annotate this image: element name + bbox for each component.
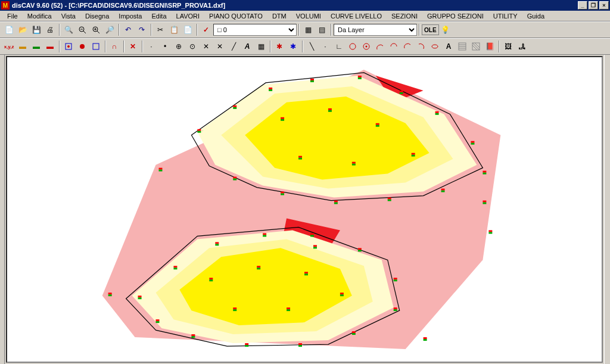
linetype3-icon[interactable]: ▬ [43,40,57,53]
print-icon[interactable]: 🖨 [43,23,57,36]
redo-icon[interactable]: ↷ [135,23,148,36]
svg-point-14 [432,45,438,48]
line-icon[interactable]: ╲ [305,40,318,53]
book-icon[interactable]: 📕 [483,40,496,53]
save-icon[interactable]: 💾 [30,23,43,36]
open-file-icon[interactable]: 📂 [16,23,29,36]
arc2-icon[interactable] [387,40,400,53]
menu-disegna[interactable]: Disegna [80,11,114,21]
cross2-icon[interactable]: ✕ [213,40,226,53]
menu-file[interactable]: File [2,11,23,21]
zoom-window-icon[interactable]: 🔎 [103,23,116,36]
circle1-icon[interactable] [346,40,359,53]
hatch2-icon[interactable] [469,40,483,53]
copy-icon[interactable]: 📋 [167,23,180,36]
menu-gruppo-sezioni[interactable]: GRUPPO SEZIONI [422,11,488,21]
svg-rect-33 [358,77,362,79]
magnet-icon[interactable]: ∩ [108,40,121,53]
circle-target-icon[interactable]: ⊕ [172,40,185,53]
slash-icon[interactable]: ╱ [227,40,240,53]
dot-icon[interactable]: · [319,40,332,53]
svg-rect-35 [400,92,403,94]
star1-icon[interactable]: ✱ [273,40,286,53]
point1-icon[interactable]: · [145,40,158,53]
check-icon[interactable]: ✓ [200,23,213,36]
star2-icon[interactable]: ✱ [287,40,300,53]
grid-icon[interactable]: ▦ [254,40,267,53]
cross1-icon[interactable]: ✕ [200,40,213,53]
circle2-icon[interactable] [360,40,373,53]
text-a-icon[interactable]: A [241,40,254,53]
xyz-icon[interactable]: x,y,z [2,40,15,53]
flag3-icon[interactable] [89,40,102,53]
layer-manager-icon[interactable]: ▦ [301,23,315,36]
ellipse-icon[interactable] [428,40,441,53]
new-file-icon[interactable]: 📄 [2,23,15,36]
svg-rect-28 [269,88,272,89]
restore-button[interactable]: ❐ [589,1,598,10]
svg-rect-57 [376,125,379,127]
flag2-icon[interactable] [76,40,89,53]
menu-modifica[interactable]: Modifica [23,11,57,21]
linetype2-icon[interactable]: ▬ [30,40,43,53]
menu-piano-quotato[interactable]: PIANO QUOTATO [204,11,267,21]
svg-rect-60 [352,162,356,164]
svg-rect-51 [233,179,236,181]
circle-dot-icon[interactable]: ⊙ [186,40,199,53]
paste-icon[interactable]: 📄 [181,23,194,36]
hatch1-icon[interactable] [456,40,469,53]
lightbulb-icon[interactable]: 💡 [439,23,452,36]
menu-vista[interactable]: Vista [57,11,80,21]
close-button[interactable]: × [599,1,609,10]
zoom-in-icon[interactable] [89,23,102,36]
source-select[interactable]: Da Layer [334,24,417,36]
svg-rect-84 [245,343,248,345]
zoom-extents-icon[interactable]: 🔍 [62,23,75,36]
svg-rect-62 [298,156,302,158]
svg-rect-91 [209,279,213,281]
point2-icon[interactable]: • [158,40,172,53]
svg-rect-78 [394,307,397,309]
menu-volumi[interactable]: VOLUMI [291,11,326,21]
svg-rect-53 [281,119,284,121]
undo-icon[interactable]: ↶ [122,23,135,36]
svg-rect-69 [215,244,219,245]
drawing-canvas[interactable]: · [6,56,603,363]
separator [331,24,332,36]
menu-utility[interactable]: UTILITY [488,11,522,21]
text-a2-icon[interactable]: A [442,40,455,53]
image-icon[interactable]: 🏞 [515,40,528,53]
picture-icon[interactable]: 🖼 [502,40,515,53]
arc4-icon[interactable] [415,40,428,53]
minimize-button[interactable]: _ [578,1,587,10]
arc3-icon[interactable] [401,40,414,53]
linetype1-icon[interactable]: ▬ [16,40,29,53]
svg-line-1 [83,31,86,33]
separator [419,24,420,36]
svg-rect-97 [340,294,344,296]
layer-select[interactable]: □ 0 [213,24,297,36]
svg-rect-41 [483,173,486,175]
cut-icon[interactable]: ✂ [154,23,167,36]
menu-dtm[interactable]: DTM [267,11,291,21]
menu-sezioni[interactable]: SEZIONI [387,11,422,21]
menu-curve-livello[interactable]: CURVE LIVELLO [326,11,387,21]
svg-rect-48 [281,192,284,194]
window-titlebar: M disCAV 9.60 (52) - [C:\PFCAD\DISCAV9.6… [0,0,610,11]
menu-guida[interactable]: Guida [522,11,549,21]
svg-rect-49 [281,194,284,195]
svg-rect-110 [108,293,112,294]
flag1-icon[interactable] [62,40,75,53]
menu-edita[interactable]: Edita [147,11,171,21]
ole-button[interactable]: OLE [422,24,439,35]
zoom-out-icon[interactable] [76,23,89,36]
angle-icon[interactable]: ∟ [332,40,346,53]
svg-rect-10 [93,43,99,49]
menu-imposta[interactable]: Imposta [114,11,147,21]
svg-rect-64 [138,295,142,297]
arc1-icon[interactable] [374,40,387,53]
delete-icon[interactable]: ✕ [126,40,139,53]
menu-lavori[interactable]: LAVORI [172,11,205,21]
layer-props-icon[interactable]: ▤ [315,23,328,36]
separator [59,41,60,52]
